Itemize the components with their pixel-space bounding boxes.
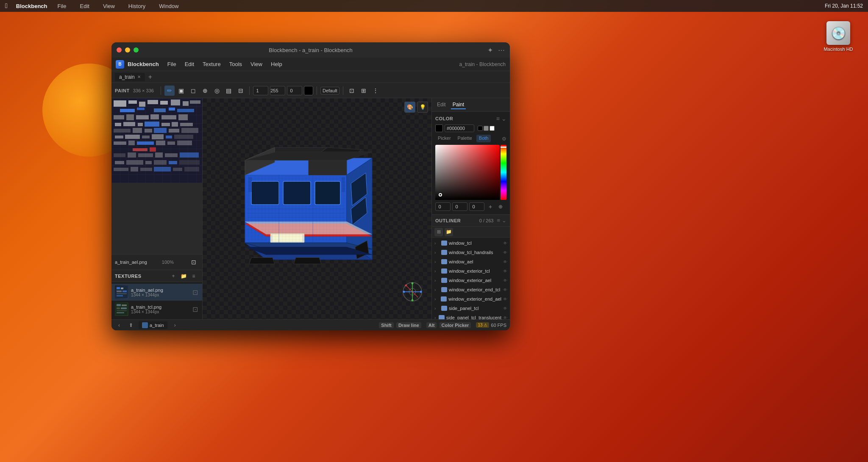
textures-folder-btn[interactable]: 📁 xyxy=(178,271,189,281)
outliner-item-side-panel-tcl-trans[interactable]: › side_panel_tcl_translucent 👁 xyxy=(432,313,510,319)
outliner-item-window-tcl-handrails[interactable]: › window_tcl_handrails 👁 xyxy=(432,248,510,257)
outliner-item-window-exterior-end-tcl[interactable]: › window_exterior_end_tcl 👁 xyxy=(432,285,510,294)
color-gradient-wrapper[interactable] xyxy=(435,145,506,200)
tab-add-btn[interactable]: + xyxy=(147,73,154,81)
color-eyedropper-btn[interactable]: ⊕ xyxy=(496,202,505,211)
outliner-eye-8[interactable]: 👁 xyxy=(503,306,507,311)
app-menu-tools[interactable]: Tools xyxy=(226,60,245,68)
outliner-item-window-tcl[interactable]: › window_tcl 👁 xyxy=(432,238,510,248)
tool-fill[interactable]: ▣ xyxy=(176,86,186,96)
color-swatch[interactable] xyxy=(304,86,313,95)
app-menu-texture[interactable]: Texture xyxy=(199,60,224,68)
outliner-eye-9[interactable]: 👁 xyxy=(503,315,507,320)
outliner-item-window-exterior-ael[interactable]: › window_exterior_ael 👁 xyxy=(432,276,510,285)
menubar-app-name[interactable]: Blockbench xyxy=(16,3,47,9)
desktop-hdd-icon[interactable]: 💿 Macintosh HD xyxy=(821,21,855,52)
outliner-add-group-btn[interactable]: 📁 xyxy=(445,228,453,236)
tool-more[interactable]: ⋮ xyxy=(370,86,381,96)
textures-more-btn[interactable]: ≡ xyxy=(189,271,199,281)
brush-opacity-input[interactable]: 255 xyxy=(270,86,285,95)
outliner-expand-btn[interactable]: ⌄ xyxy=(502,217,506,224)
tool-screenshot[interactable]: ⊡ xyxy=(347,86,357,96)
color-b-input[interactable]: 0 xyxy=(469,202,484,211)
status-nav-upload[interactable]: ⬆ xyxy=(127,321,135,329)
app-menu-edit[interactable]: Edit xyxy=(181,60,198,68)
color-history-1[interactable] xyxy=(478,126,483,131)
outliner-add-cube-btn[interactable]: ⊞ xyxy=(434,228,443,236)
outliner-eye-3[interactable]: 👁 xyxy=(503,260,507,264)
app-menu-help[interactable]: Help xyxy=(267,60,286,68)
menubar-edit[interactable]: Edit xyxy=(76,2,92,10)
texture-options-btn[interactable]: ⊡ xyxy=(189,257,199,267)
tool-layout[interactable]: ⊞ xyxy=(359,86,369,96)
outliner-eye-7[interactable]: 👁 xyxy=(503,297,507,302)
tool-eyedropper[interactable]: ⊕ xyxy=(200,86,210,96)
hue-bar[interactable] xyxy=(501,145,506,200)
tool-smudge[interactable]: ◎ xyxy=(212,86,222,96)
vp-paint-mode[interactable]: 🎨 xyxy=(404,102,415,113)
color-menu-btn[interactable]: ≡ xyxy=(496,115,500,122)
vp-light-mode[interactable]: 💡 xyxy=(417,102,428,113)
tab-edit[interactable]: Edit xyxy=(435,101,448,109)
color-tab-both[interactable]: Both xyxy=(476,135,491,142)
menubar-file[interactable]: File xyxy=(54,2,70,10)
status-tab-name: a_train xyxy=(150,323,164,328)
outliner-eye-5[interactable]: 👁 xyxy=(503,278,507,283)
menubar-view[interactable]: View xyxy=(100,2,118,10)
status-nav-right[interactable]: › xyxy=(171,321,179,329)
window-minimize-button[interactable] xyxy=(125,47,130,53)
tab-paint[interactable]: Paint xyxy=(451,101,466,109)
outliner-item-window-exterior-tcl[interactable]: › window_exterior_tcl 👁 xyxy=(432,266,510,276)
texture-action-tcl[interactable]: ⊡ xyxy=(191,305,199,313)
color-hex-input[interactable]: #000000 xyxy=(445,124,474,132)
outliner-item-side-panel-tcl[interactable]: › side_panel_tcl 👁 xyxy=(432,304,510,313)
window-more-btn[interactable]: ⋯ xyxy=(498,46,505,54)
apple-logo[interactable]:  xyxy=(5,2,8,10)
color-tab-palette[interactable]: Palette xyxy=(455,135,475,142)
3d-viewport[interactable]: 🎨 💡 xyxy=(203,98,431,319)
app-menu-file[interactable]: File xyxy=(164,60,180,68)
color-r-input[interactable]: 0 xyxy=(435,202,451,211)
color-add-swatch-btn[interactable]: + xyxy=(486,202,495,211)
outliner-chevron-8: › xyxy=(434,306,440,311)
status-active-tab[interactable]: a_train xyxy=(139,321,167,329)
orbit-control[interactable] xyxy=(402,281,423,302)
tool-eraser[interactable]: ◻ xyxy=(188,86,198,96)
texture-canvas-area[interactable] xyxy=(111,98,202,254)
tool-texture-paint[interactable]: ▤ xyxy=(224,86,234,96)
menubar-history[interactable]: History xyxy=(125,2,149,10)
menubar-window[interactable]: Window xyxy=(156,2,182,10)
window-maximize-button[interactable] xyxy=(134,47,139,53)
brush-noise-input[interactable]: 0 xyxy=(287,86,302,95)
outliner-item-window-ael[interactable]: › window_ael 👁 xyxy=(432,257,510,266)
mode-dropdown[interactable]: Default xyxy=(320,87,339,94)
color-expand-btn[interactable]: ⌄ xyxy=(501,115,506,122)
outliner-eye-4[interactable]: 👁 xyxy=(503,269,507,274)
app-menu-view[interactable]: View xyxy=(247,60,266,68)
texture-item-tcl[interactable]: a_train_tcl.png 1344 × 1344px ⊡ xyxy=(111,301,202,318)
tool-mirror[interactable]: ⊟ xyxy=(236,86,246,96)
texture-item-ael[interactable]: a_train_ael.png 1344 × 1344px ⊡ xyxy=(111,284,202,301)
color-history-3[interactable] xyxy=(490,126,495,131)
outliner-menu-btn[interactable]: ≡ xyxy=(497,217,500,224)
status-nav-left[interactable]: ‹ xyxy=(115,321,123,329)
tab-close-btn[interactable]: ✕ xyxy=(137,75,141,79)
window-star-btn[interactable]: ✦ xyxy=(487,46,493,54)
color-settings-btn[interactable]: ⚙ xyxy=(502,135,506,142)
color-tab-picker[interactable]: Picker xyxy=(435,135,453,142)
texture-action-ael[interactable]: ⊡ xyxy=(191,288,199,296)
textures-add-btn[interactable]: + xyxy=(168,271,178,281)
svg-rect-44 xyxy=(133,148,147,151)
tab-a-train[interactable]: a_train ✕ xyxy=(115,73,145,81)
outliner-eye-6[interactable]: 👁 xyxy=(503,288,507,292)
outliner-eye-window-tcl[interactable]: 👁 xyxy=(503,241,507,246)
tool-pencil[interactable]: ✏ xyxy=(164,86,175,96)
color-main-swatch[interactable] xyxy=(435,124,443,132)
color-g-input[interactable]: 0 xyxy=(452,202,467,211)
outliner-item-window-exterior-end-ael[interactable]: › window_exterior_end_ael 👁 xyxy=(432,294,510,304)
color-history-2[interactable] xyxy=(484,126,489,131)
window-close-button[interactable] xyxy=(117,47,122,53)
texture-content xyxy=(111,98,202,183)
outliner-eye-2[interactable]: 👁 xyxy=(503,250,507,255)
brush-size-input[interactable]: 1 xyxy=(253,86,268,95)
